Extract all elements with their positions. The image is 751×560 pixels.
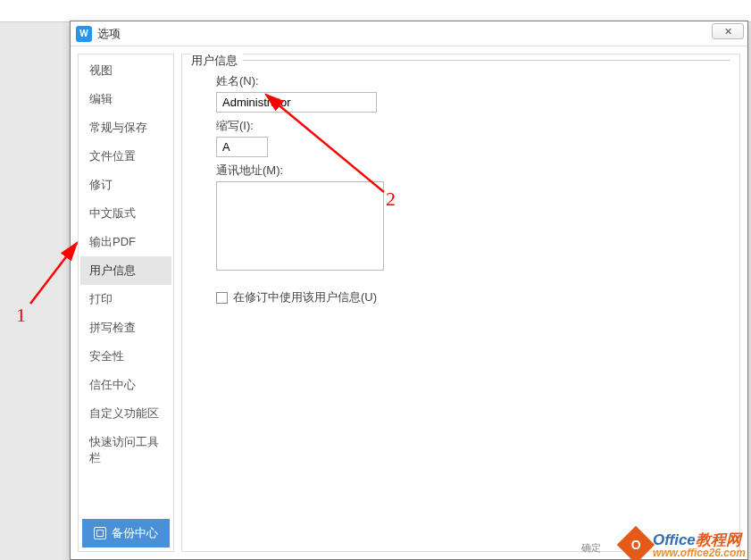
sidebar-item-edit[interactable]: 编辑	[80, 85, 171, 113]
use-in-revision-checkbox[interactable]	[216, 292, 228, 304]
sidebar-list: 视图 编辑 常规与保存 文件位置 修订 中文版式 输出PDF 用户信息 打印 拼…	[80, 56, 171, 472]
background-window-edge	[0, 0, 751, 22]
sidebar-item-general-save[interactable]: 常规与保存	[80, 113, 171, 142]
sidebar-item-security[interactable]: 安全性	[80, 342, 171, 371]
sidebar-item-quick-access[interactable]: 快速访问工具栏	[80, 428, 171, 472]
backup-icon	[94, 527, 106, 539]
name-input[interactable]	[216, 92, 377, 113]
sidebar-item-output-pdf[interactable]: 输出PDF	[80, 228, 171, 256]
dialog-body: 视图 编辑 常规与保存 文件位置 修订 中文版式 输出PDF 用户信息 打印 拼…	[71, 46, 747, 559]
sidebar: 视图 编辑 常规与保存 文件位置 修订 中文版式 输出PDF 用户信息 打印 拼…	[78, 54, 174, 552]
sidebar-item-trust-center[interactable]: 信任中心	[80, 371, 171, 399]
ok-button[interactable]: 确定	[581, 541, 601, 555]
annotation-label-1: 1	[16, 304, 26, 327]
sidebar-item-spellcheck[interactable]: 拼写检查	[80, 313, 171, 342]
content-panel: 用户信息 姓名(N): 缩写(I): 通讯地址(M): 在修订中使用该用户信息(…	[181, 54, 740, 552]
sidebar-item-print[interactable]: 打印	[80, 285, 171, 313]
options-dialog: W 选项 ✕ 视图 编辑 常规与保存 文件位置 修订 中文版式 输出PDF 用户…	[70, 21, 748, 560]
checkbox-row[interactable]: 在修订中使用该用户信息(U)	[216, 289, 730, 305]
fieldset-legend: 用户信息	[191, 53, 243, 69]
sidebar-item-file-location[interactable]: 文件位置	[80, 142, 171, 171]
window-title: 选项	[97, 26, 121, 42]
close-button[interactable]: ✕	[712, 23, 744, 39]
form-group-name: 姓名(N):	[216, 73, 730, 113]
app-icon: W	[76, 26, 92, 42]
address-label: 通讯地址(M):	[216, 163, 730, 179]
close-icon: ✕	[724, 26, 732, 38]
initials-label: 缩写(I):	[216, 118, 730, 134]
name-label: 姓名(N):	[216, 73, 730, 89]
titlebar: W 选项 ✕	[71, 21, 747, 46]
sidebar-item-view[interactable]: 视图	[80, 56, 171, 85]
backup-label: 备份中心	[112, 525, 158, 541]
address-input[interactable]	[216, 181, 384, 271]
sidebar-item-revision[interactable]: 修订	[80, 171, 171, 199]
checkbox-label: 在修订中使用该用户信息(U)	[233, 289, 377, 305]
sidebar-item-user-info[interactable]: 用户信息	[80, 256, 171, 285]
initials-input[interactable]	[216, 137, 268, 157]
user-info-fieldset: 用户信息 姓名(N): 缩写(I): 通讯地址(M): 在修订中使用该用户信息(…	[191, 60, 730, 305]
form-group-initials: 缩写(I):	[216, 118, 730, 157]
backup-center-button[interactable]: 备份中心	[82, 519, 170, 547]
sidebar-item-custom-ribbon[interactable]: 自定义功能区	[80, 399, 171, 428]
sidebar-item-chinese-layout[interactable]: 中文版式	[80, 199, 171, 228]
cancel-button[interactable]: 取消	[626, 541, 646, 555]
form-group-address: 通讯地址(M):	[216, 163, 730, 273]
